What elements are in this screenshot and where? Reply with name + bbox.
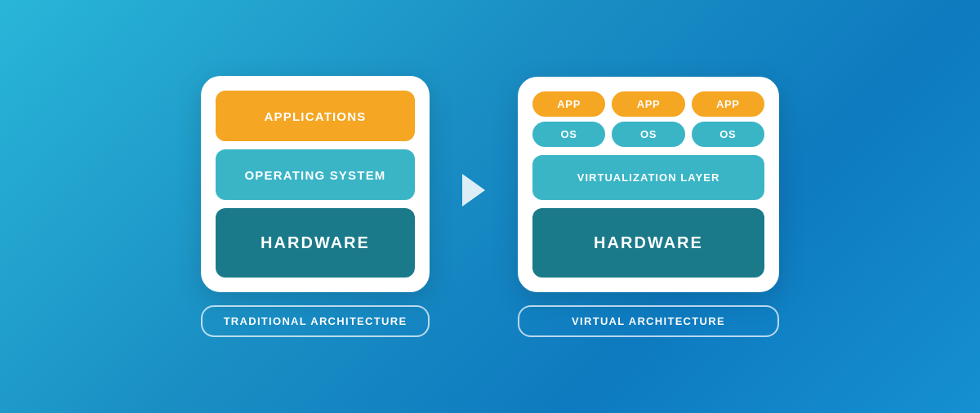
os-pill-1: OS	[532, 122, 605, 147]
virtualization-layer: VIRTUALIZATION LAYER	[532, 155, 764, 200]
traditional-card: APPLICATIONS OPERATING SYSTEM HARDWARE	[201, 76, 430, 292]
main-container: APPLICATIONS OPERATING SYSTEM HARDWARE T…	[185, 60, 795, 353]
virtualization-label: VIRTUALIZATION LAYER	[577, 171, 720, 184]
app-pill-2: APP	[612, 91, 684, 117]
applications-label: APPLICATIONS	[265, 109, 367, 123]
hardware-label-traditional: HARDWARE	[261, 233, 370, 252]
os-pill-row: OS OS OS	[532, 122, 764, 147]
hardware-layer-traditional: HARDWARE	[216, 208, 415, 278]
app-pill-row: APP APP APP	[532, 91, 764, 117]
app-pill-1: APP	[532, 91, 605, 117]
virtual-diagram: APP APP APP OS OS OS VIRTUALIZATION LAYE…	[518, 77, 779, 337]
traditional-diagram: APPLICATIONS OPERATING SYSTEM HARDWARE T…	[201, 76, 430, 337]
os-pill-2: OS	[612, 122, 684, 147]
hardware-layer-virtual: HARDWARE	[532, 208, 764, 278]
traditional-architecture-label: TRADITIONAL ARCHITECTURE	[201, 305, 430, 337]
arrow-container	[462, 174, 485, 206]
os-pill-3: OS	[692, 122, 764, 147]
app-pill-3: APP	[692, 91, 764, 117]
applications-layer: APPLICATIONS	[216, 91, 415, 141]
operating-system-layer: OPERATING SYSTEM	[216, 149, 415, 200]
arrow-right-icon	[462, 174, 485, 206]
virtual-architecture-label: VIRTUAL ARCHITECTURE	[518, 305, 779, 337]
virtual-card: APP APP APP OS OS OS VIRTUALIZATION LAYE…	[518, 77, 779, 292]
operating-system-label: OPERATING SYSTEM	[244, 168, 385, 182]
virtual-top-rows: APP APP APP OS OS OS	[532, 91, 764, 147]
hardware-label-virtual: HARDWARE	[594, 233, 703, 252]
